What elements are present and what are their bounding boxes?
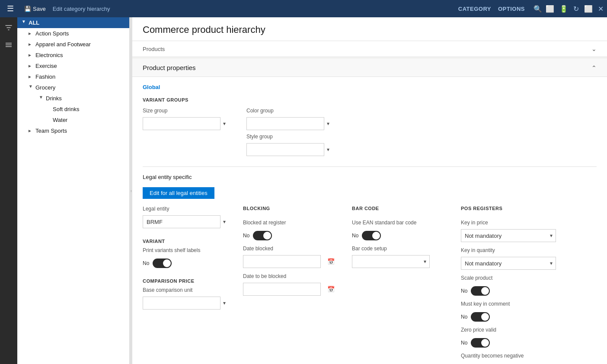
expand-icon[interactable]: ⬜ <box>584 5 593 13</box>
filter-icon[interactable] <box>2 21 16 35</box>
tree-label-drinks: Drinks <box>46 95 126 102</box>
print-shelf-labels-toggle[interactable] <box>153 259 172 268</box>
base-comparison-unit-field: Base comparison unit <box>143 287 229 310</box>
edit-all-legal-entities-button[interactable]: Edit for all legal entities <box>143 187 214 199</box>
tree-item-exercise[interactable]: ► Exercise <box>17 61 129 71</box>
size-group-field: Size group <box>143 108 229 130</box>
blocked-at-register-toggle[interactable] <box>253 231 272 240</box>
tree-arrow-fashion: ► <box>28 74 34 79</box>
hamburger-icon[interactable]: ☰ <box>3 2 17 16</box>
color-group-select[interactable] <box>246 117 324 130</box>
scale-product-field: Scale product No <box>461 275 582 296</box>
print-shelf-labels-toggle-row: No <box>143 259 229 268</box>
base-comparison-unit-select[interactable] <box>143 297 220 310</box>
blocked-at-register-toggle-row: No <box>243 231 338 240</box>
print-shelf-labels-value: No <box>143 260 149 266</box>
tree-item-grocery[interactable]: ► Grocery <box>17 82 129 93</box>
left-toolbar <box>0 17 17 364</box>
legal-entity-select-wrapper: BRMF <box>143 215 229 228</box>
legal-entity-section: Legal entity specific Edit for all legal… <box>143 166 597 364</box>
key-in-quantity-select[interactable]: Not mandatory Mandatory Must not key in <box>461 257 556 270</box>
ean-toggle[interactable] <box>362 231 381 240</box>
must-key-in-comment-toggle[interactable] <box>471 312 490 322</box>
zero-price-valid-value: No <box>461 340 467 346</box>
must-key-in-comment-label: Must key in comment <box>461 301 582 307</box>
close-icon[interactable]: ✕ <box>598 5 604 13</box>
tree-label-water: Water <box>53 117 126 123</box>
tree-label-exercise: Exercise <box>35 63 126 69</box>
print-shelf-labels-label: Print variants shelf labels <box>143 247 229 253</box>
tree-label-soft-drinks: Soft drinks <box>53 106 126 112</box>
legal-entity-label: Legal entity <box>143 206 229 212</box>
tree-item-all[interactable]: ► ALL <box>17 17 129 28</box>
prop-title: Product properties <box>143 64 196 71</box>
window-controls: ⬜ 🔋 ↻ ⬜ ✕ <box>546 5 604 13</box>
scale-product-toggle[interactable] <box>471 286 490 296</box>
zero-price-valid-toggle[interactable] <box>471 338 490 348</box>
refresh-icon[interactable]: ↻ <box>573 5 579 13</box>
date-blocked-input[interactable] <box>243 255 321 268</box>
products-section-header[interactable]: Products ⌄ <box>132 41 607 57</box>
tree-item-apparel[interactable]: ► Apparel and Footwear <box>17 39 129 50</box>
must-key-in-comment-field: Must key in comment No <box>461 301 582 322</box>
svg-rect-2 <box>6 46 12 47</box>
key-in-quantity-field: Key in quantity Not mandatory Mandatory … <box>461 247 582 270</box>
blocked-at-register-value: No <box>243 233 249 239</box>
tree-item-fashion[interactable]: ► Fashion <box>17 71 129 82</box>
variant-section: VARIANT Print variants shelf labels No <box>143 239 229 268</box>
page-header: Commerce product hierarchy <box>132 17 607 41</box>
ean-label: Use EAN standard bar code <box>352 220 447 226</box>
tree-item-team-sports[interactable]: ► Team Sports <box>17 125 129 136</box>
product-properties: Product properties ⌃ Global VARIANT GROU… <box>132 59 607 364</box>
blocked-at-register-field: Blocked at register No <box>243 220 338 240</box>
zero-price-valid-field: Zero price valid No <box>461 327 582 348</box>
svg-rect-0 <box>6 43 12 44</box>
style-group-label: Style group <box>246 134 333 140</box>
date-blocked-field: Date blocked 📅 <box>243 246 338 268</box>
tree-item-action-sports[interactable]: ► Action Sports <box>17 28 129 39</box>
key-in-price-select[interactable]: Not mandatory Mandatory Must not key in <box>461 229 556 242</box>
col-left: Legal entity BRMF VARIANT <box>143 206 229 310</box>
tree-item-electronics[interactable]: ► Electronics <box>17 50 129 61</box>
tree-arrow-action-sports: ► <box>28 31 34 36</box>
app-icon-2: 🔋 <box>559 5 568 13</box>
date-blocked-label: Date blocked <box>243 246 338 252</box>
prop-collapse-icon: ⌃ <box>591 64 597 71</box>
barcode-header: BAR CODE <box>352 206 447 211</box>
style-group-select[interactable] <box>246 143 324 156</box>
nav-options[interactable]: OPTIONS <box>498 6 525 12</box>
prop-content: Global VARIANT GROUPS Size group Color g… <box>132 77 607 364</box>
search-icon[interactable]: 🔍 <box>534 5 542 13</box>
products-collapse-icon: ⌄ <box>591 45 597 52</box>
tree-item-drinks[interactable]: ► Drinks <box>17 93 129 104</box>
date-to-be-blocked-input-wrapper: 📅 <box>243 283 338 296</box>
tree-arrow-grocery: ► <box>29 85 33 91</box>
nav-category[interactable]: CATEGORY <box>458 6 491 12</box>
prop-header[interactable]: Product properties ⌃ <box>132 59 607 77</box>
save-button[interactable]: 💾 Save <box>21 4 49 14</box>
scale-product-value: No <box>461 288 467 294</box>
scale-product-label: Scale product <box>461 275 582 281</box>
tree-item-water[interactable]: ► Water <box>17 115 129 125</box>
col-pos-registers: POS REGISTERS Key in price Not mandatory… <box>461 206 582 364</box>
list-icon[interactable] <box>2 38 16 52</box>
zero-price-valid-toggle-row: No <box>461 338 582 348</box>
date-blocked-calendar-icon: 📅 <box>327 258 335 265</box>
key-in-quantity-wrapper: Not mandatory Mandatory Must not key in <box>461 257 556 270</box>
content-panel: Commerce product hierarchy Products ⌄ Pr… <box>132 17 607 364</box>
date-to-be-blocked-input[interactable] <box>243 283 321 296</box>
date-to-be-blocked-field: Date to be blocked 📅 <box>243 273 338 296</box>
top-nav: CATEGORY OPTIONS <box>458 6 525 12</box>
ean-toggle-row: No <box>352 231 447 240</box>
tree-item-soft-drinks[interactable]: ► Soft drinks <box>17 104 129 115</box>
must-key-in-comment-value: No <box>461 314 467 320</box>
style-group-field: Style group <box>246 134 333 156</box>
tree-label-fashion: Fashion <box>35 73 126 80</box>
bar-code-setup-select[interactable] <box>352 255 430 268</box>
must-key-in-comment-toggle-row: No <box>461 312 582 322</box>
legal-entity-select[interactable]: BRMF <box>143 215 220 228</box>
date-blocked-input-wrapper: 📅 <box>243 255 338 268</box>
size-group-select[interactable] <box>143 117 220 130</box>
key-in-price-field: Key in price Not mandatory Mandatory Mus… <box>461 220 582 242</box>
col-barcode: BAR CODE Use EAN standard bar code No <box>352 206 447 268</box>
